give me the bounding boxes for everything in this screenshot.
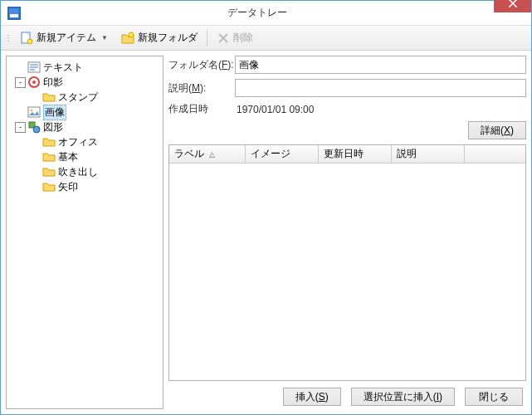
folder-name-row: フォルダ名(F): [168, 56, 526, 74]
window: データトレー ⋮ 新規アイテム ▼ 新規フォルダ 削除 テキスト- [0, 0, 532, 415]
bottom-buttons: 挿入(S) 選択位置に挿入(I) 閉じる [168, 381, 526, 409]
folder-icon [42, 135, 56, 149]
col-updated[interactable]: 更新日時 [319, 145, 392, 163]
tree-node[interactable]: -図形 [8, 120, 161, 134]
svg-rect-16 [28, 107, 40, 117]
image-icon [27, 105, 41, 119]
tree-node[interactable]: 矢印 [8, 179, 161, 194]
window-title: データトレー [21, 6, 494, 20]
tree-node-label: 図形 [43, 120, 63, 134]
col-desc[interactable]: 説明 [392, 145, 465, 163]
description-label: 説明(M): [168, 81, 235, 95]
folder-name-input[interactable] [235, 56, 526, 74]
svg-point-17 [31, 110, 33, 112]
expand-toggle[interactable]: - [15, 122, 26, 133]
grip-icon: ⋮ [4, 33, 12, 42]
new-folder-button[interactable]: 新規フォルダ [115, 28, 203, 48]
insert-at-selection-button[interactable]: 選択位置に挿入(I) [351, 388, 455, 406]
detail-button[interactable]: 詳細(X) [468, 121, 526, 139]
toolbar-separator [207, 30, 207, 46]
content: テキスト-印影スタンプ画像-図形オフィス基本吹き出し矢印 フォルダ名(F): 説… [1, 51, 531, 414]
new-item-label: 新規アイテム [37, 31, 96, 45]
expand-toggle[interactable]: - [15, 77, 26, 88]
tree-node[interactable]: スタンプ [8, 90, 161, 105]
grid-header: ラベル△ イメージ 更新日時 説明 [169, 145, 525, 164]
svg-rect-2 [10, 14, 18, 17]
tree-node-label: 吹き出し [58, 165, 98, 179]
col-image[interactable]: イメージ [246, 145, 319, 163]
created-date-label: 作成日時 [168, 102, 235, 116]
tree-node-label: 印影 [43, 76, 63, 90]
description-input[interactable] [235, 79, 526, 97]
folder-icon [42, 180, 56, 193]
close-button[interactable] [494, 0, 531, 12]
new-item-button[interactable]: 新規アイテム ▼ [14, 28, 114, 48]
grid-body [169, 164, 525, 380]
col-spacer [465, 145, 525, 163]
chevron-down-icon: ▼ [101, 34, 108, 42]
details-panel: フォルダ名(F): 説明(M): 作成日時 1970/01/01 09:00 詳… [168, 56, 526, 409]
tree-node[interactable]: オフィス [8, 134, 161, 149]
folder-name-label: フォルダ名(F): [168, 58, 235, 72]
delete-icon [217, 32, 230, 45]
created-date-value: 1970/01/01 09:00 [235, 104, 314, 115]
detail-row: 詳細(X) [168, 121, 526, 139]
close-icon [509, 0, 517, 7]
close-dialog-button[interactable]: 閉じる [465, 388, 523, 406]
tree-node[interactable]: 吹き出し [8, 164, 161, 179]
tree-node[interactable]: -印影 [8, 75, 161, 90]
svg-point-7 [129, 32, 134, 37]
svg-point-15 [32, 81, 36, 84]
new-folder-label: 新規フォルダ [138, 31, 198, 45]
delete-button[interactable]: 削除 [211, 28, 259, 48]
folder-icon [42, 150, 56, 164]
toolbar: ⋮ 新規アイテム ▼ 新規フォルダ 削除 [1, 26, 531, 51]
sort-asc-icon: △ [209, 150, 215, 159]
folder-icon [42, 165, 56, 178]
new-item-icon [20, 32, 33, 45]
insert-button[interactable]: 挿入(S) [283, 388, 341, 406]
new-folder-icon [121, 32, 134, 45]
tree-node[interactable]: 画像 [8, 105, 161, 120]
text-icon [27, 61, 41, 74]
stamp-icon [27, 76, 41, 89]
tree-node[interactable]: テキスト [8, 60, 161, 75]
tree-node-label: 画像 [43, 105, 66, 120]
tree-node-label: テキスト [43, 61, 83, 75]
tree-node-label: 基本 [58, 150, 78, 164]
titlebar: データトレー [1, 1, 531, 26]
tree-node-label: 矢印 [58, 180, 78, 194]
tree-node[interactable]: 基本 [8, 149, 161, 164]
shape-icon [27, 120, 41, 134]
app-icon [7, 7, 21, 20]
svg-point-6 [27, 39, 32, 44]
col-label[interactable]: ラベル△ [169, 145, 246, 163]
tree-view[interactable]: テキスト-印影スタンプ画像-図形オフィス基本吹き出し矢印 [6, 56, 164, 409]
items-grid[interactable]: ラベル△ イメージ 更新日時 説明 [168, 144, 526, 381]
created-date-row: 作成日時 1970/01/01 09:00 [168, 102, 526, 116]
description-row: 説明(M): [168, 79, 526, 97]
svg-point-19 [33, 126, 40, 133]
folder-icon [42, 90, 56, 104]
tree-node-label: オフィス [58, 135, 98, 149]
tree-node-label: スタンプ [58, 90, 98, 105]
delete-label: 削除 [233, 31, 253, 45]
